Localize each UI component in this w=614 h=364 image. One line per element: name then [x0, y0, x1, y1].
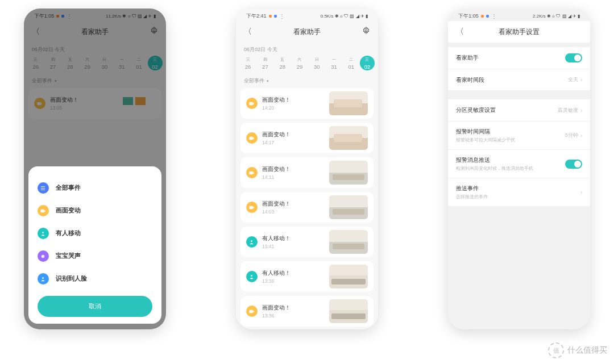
filter-trigger[interactable]: 全部事件 ▾ — [236, 73, 378, 88]
status-badge-orange — [481, 15, 484, 18]
event-card[interactable]: 画面变动！ 14:03 — [240, 192, 374, 223]
watermark-logo-icon: 值 — [548, 342, 564, 358]
motion-icon — [246, 167, 258, 178]
filter-label: 画面变动 — [56, 207, 81, 215]
date-cell[interactable]: 二01 — [343, 57, 360, 70]
motion-icon — [246, 202, 258, 213]
status-time: 下午1:05 — [458, 12, 479, 20]
row-value: 5分钟 — [565, 132, 578, 139]
status-bar: 下午1:05 ⋮ 2.2K/s ✱ ⌾ 🛡 ▧ ◢ ✈ ▮ — [448, 9, 590, 21]
event-card[interactable]: 画面变动！ 14:20 — [240, 88, 374, 119]
setting-sensitivity[interactable]: 分区灵敏度设置 高灵敏度 › — [448, 99, 590, 121]
baby-cry-icon — [38, 250, 49, 262]
back-button[interactable]: 〈 — [456, 27, 467, 37]
date-cell[interactable]: 四27 — [256, 57, 273, 70]
date-cell[interactable]: 六29 — [291, 57, 308, 70]
event-time: 14:03 — [262, 209, 325, 215]
settings-button[interactable] — [359, 27, 370, 37]
motion-icon — [246, 132, 258, 144]
filter-label: 全部事件 — [244, 77, 264, 85]
status-icons: 0.5K/s ✱ ⌾ 🛡 ▧ ◢ ✈ ▮ — [321, 14, 368, 19]
row-value: 高灵敏度 — [558, 107, 578, 114]
event-thumbnail — [329, 265, 368, 288]
event-thumbnail — [329, 230, 368, 254]
date-strip[interactable]: 三26四27五28六29日30一31二01三02 — [236, 56, 378, 70]
filter-option-all[interactable]: 全部事件 — [38, 177, 152, 199]
phone-event-list: 下午2:41 ⋮ 0.5K/s ✱ ⌾ 🛡 ▧ ◢ ✈ ▮ 〈 看家助手 06月… — [236, 9, 378, 329]
event-card[interactable]: 画面变动！ 13:36 — [240, 296, 374, 327]
event-thumbnail — [329, 299, 368, 323]
svg-point-10 — [42, 277, 44, 279]
filter-option-person[interactable]: 有人移动 — [38, 222, 152, 245]
toggle-switch[interactable] — [565, 53, 582, 62]
person-icon — [246, 236, 258, 248]
chevron-right-icon: › — [580, 107, 582, 114]
cancel-button[interactable]: 取消 — [38, 296, 152, 317]
settings-group-main: 看家助手 看家时间段 全天 › — [448, 47, 590, 90]
event-time: 14:11 — [262, 174, 325, 180]
status-bar: 下午2:41 ⋮ 0.5K/s ✱ ⌾ 🛡 ▧ ◢ ✈ ▮ — [236, 9, 378, 21]
motion-icon — [38, 205, 49, 216]
status-icons: 2.2K/s ✱ ⌾ 🛡 ▧ ◢ ✈ ▮ — [533, 14, 580, 19]
setting-interval[interactable]: 报警时间间隔 报警较多可拉大间隔减少干扰 5分钟 › — [448, 121, 590, 149]
date-cell[interactable]: 一31 — [325, 57, 342, 70]
event-title: 有人移动！ — [262, 269, 325, 277]
phone-filter-sheet: 下午1:05 ⋮ 11.2K/s ✱ ⌾ 🛡 ▧ ◢ ✈ ▮ 〈 看家助手 06… — [24, 9, 166, 329]
event-time: 14:20 — [262, 105, 325, 111]
event-time: 13:36 — [262, 278, 325, 284]
event-card[interactable]: 画面变动！ 14:11 — [240, 157, 374, 188]
toggle-switch[interactable] — [565, 160, 582, 169]
date-cell[interactable]: 三02 — [360, 56, 375, 70]
chevron-right-icon: › — [580, 132, 582, 139]
date-cell[interactable]: 五28 — [274, 57, 291, 70]
date-cell[interactable]: 三26 — [239, 57, 256, 70]
svg-rect-3 — [41, 188, 45, 189]
filter-option-change[interactable]: 画面变动 — [38, 199, 152, 222]
row-label: 看家时间段 — [456, 76, 484, 84]
face-icon — [38, 273, 49, 284]
event-thumbnail — [329, 91, 368, 115]
event-title: 画面变动！ — [262, 165, 325, 173]
phone-settings: 下午1:05 ⋮ 2.2K/s ✱ ⌾ 🛡 ▧ ◢ ✈ ▮ 〈 看家助手设置 看… — [448, 9, 590, 329]
event-time: 14:17 — [262, 140, 325, 145]
row-label: 报警时间间隔 — [456, 128, 515, 136]
row-value: 全天 — [568, 76, 578, 83]
event-title: 画面变动！ — [262, 304, 325, 312]
setting-push[interactable]: 报警消息推送 检测到画面变化时候，推送消息给手机 — [448, 149, 590, 178]
setting-enable[interactable]: 看家助手 — [448, 47, 590, 69]
filter-sheet: 全部事件 画面变动 有人移动 宝宝哭声 识别到人脸 取消 — [28, 166, 161, 324]
filter-label: 全部事件 — [56, 184, 81, 192]
page-title: 看家助手设置 — [499, 28, 540, 36]
svg-point-11 — [365, 30, 367, 32]
setting-push-events[interactable]: 推送事件 选择推送的事件 › — [448, 178, 590, 206]
status-badge-orange — [269, 15, 272, 18]
chevron-down-icon: ▾ — [267, 79, 269, 83]
event-card[interactable]: 画面变动！ 14:17 — [240, 123, 374, 153]
back-button[interactable]: 〈 — [244, 27, 255, 37]
event-title: 画面变动！ — [262, 96, 325, 104]
motion-icon — [246, 98, 258, 109]
setting-period[interactable]: 看家时间段 全天 › — [448, 69, 590, 90]
chevron-right-icon: › — [580, 77, 582, 83]
nav-bar: 〈 看家助手 — [236, 21, 378, 43]
filter-option-face[interactable]: 识别到人脸 — [38, 267, 152, 290]
page-title: 看家助手 — [293, 28, 321, 36]
date-cell[interactable]: 日30 — [308, 57, 325, 70]
row-sub: 报警较多可拉大间隔减少干扰 — [456, 137, 515, 143]
filter-label: 有人移动 — [56, 229, 81, 237]
event-card[interactable]: 有人移动！ 13:41 — [240, 227, 374, 257]
filter-option-baby[interactable]: 宝宝哭声 — [38, 245, 152, 267]
event-list[interactable]: 画面变动！ 14:20 画面变动！ 14:17 画面变动！ 14:11 画面变动… — [236, 88, 378, 329]
event-card[interactable]: 有人移动！ 13:36 — [240, 261, 374, 292]
row-label: 分区灵敏度设置 — [456, 106, 496, 114]
svg-point-8 — [42, 256, 43, 256]
watermark-text: 什么值得买 — [567, 345, 607, 355]
event-title: 画面变动！ — [262, 131, 325, 139]
row-label: 报警消息推送 — [456, 156, 533, 164]
svg-rect-13 — [250, 136, 253, 140]
row-label: 看家助手 — [456, 54, 479, 62]
gear-icon — [362, 27, 370, 35]
nav-bar: 〈 看家助手设置 — [448, 21, 590, 43]
svg-point-17 — [251, 275, 253, 277]
person-icon — [246, 271, 258, 282]
